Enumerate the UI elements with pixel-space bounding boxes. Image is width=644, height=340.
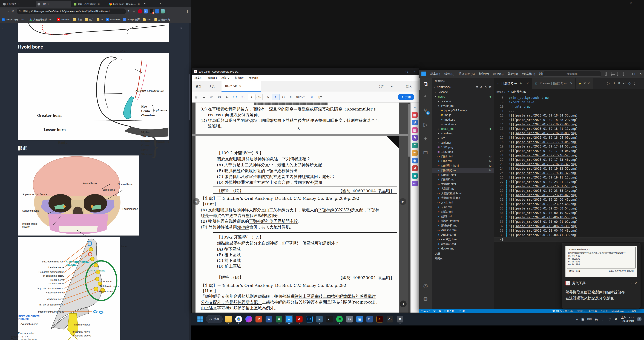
- bookmark-star-icon[interactable]: ☆: [131, 10, 136, 13]
- next-page-icon[interactable]: ⊙↓: [239, 95, 247, 99]
- tool-icon[interactable]: ⊿: [412, 165, 418, 171]
- run-debug-icon[interactable]: ▷: [419, 119, 432, 131]
- back-icon[interactable]: ←: [0, 10, 5, 13]
- code-line[interactable]: 36![](paste_src/2023-01-10-00-21-02.png): [494, 220, 644, 224]
- bookmark-item[interactable]: 31 Google 日曆 - 202...: [2, 18, 26, 21]
- tree-item[interactable]: 組織.html: [432, 209, 494, 214]
- taskbar-app-icon[interactable]: ∿: [315, 315, 324, 323]
- vscode-menu-item[interactable]: 終端機(T): [520, 72, 537, 76]
- code-line[interactable]: 32![](paste_src/2023-01-09-23-57-48.png): [494, 202, 644, 206]
- vscode-menu-item[interactable]: 選取項目(S): [456, 72, 477, 76]
- run-icon[interactable]: ▷: [607, 81, 610, 85]
- pdf-canvas[interactable]: (C) 在耳咽管軟骨隆起後方，咽腔有一深且窄的隱窩—咽隱窩或羅森慕勒氏隱窩（Ro…: [192, 103, 419, 312]
- tree-item[interactable]: paste_src: [432, 127, 494, 131]
- taskbar-app-icon[interactable]: Ai: [376, 315, 384, 323]
- wifi-icon[interactable]: [607, 318, 611, 320]
- zoom-level-select[interactable]: 102% ▾: [296, 96, 305, 99]
- hidden-icons-chevron[interactable]: ∧: [576, 317, 578, 321]
- previous-page-float-button[interactable]: ◀: [193, 198, 200, 205]
- tree-item[interactable]: 1881.png: [432, 145, 494, 150]
- settings-gear-icon[interactable]: ⚙: [419, 293, 432, 305]
- browser-tab[interactable]: 口解 ✕: [36, 1, 71, 7]
- more-actions-icon[interactable]: ⋯: [638, 81, 642, 85]
- tree-item[interactable]: notes: [432, 94, 494, 99]
- encoding[interactable]: UTF-8: [589, 309, 597, 312]
- new-file-icon[interactable]: ⊞: [476, 86, 478, 89]
- code-line[interactable]: 11---: [494, 109, 644, 113]
- acrobat-menu-item[interactable]: 檔案(F): [194, 76, 203, 80]
- browser-tab[interactable]: 口解國考 ✕: [1, 1, 35, 7]
- code-line[interactable]: 27![](paste_src/2023-01-09-23-21-11.png): [494, 180, 644, 184]
- taskbar-app-icon[interactable]: C:\: [386, 315, 394, 323]
- cursor-position[interactable]: 第 40 行，第 1 欄: [552, 309, 573, 313]
- vscode-minimize-button[interactable]: —: [623, 70, 628, 78]
- tree-item[interactable]: Arduino.html: [432, 228, 494, 232]
- tree-item[interactable]: md.js: [432, 113, 494, 117]
- code-line[interactable]: 18![](paste_src/2023-01-09-17-05-05.png): [494, 140, 644, 144]
- code-line[interactable]: 33![](paste_src/2023-01-09-23-58-54.png): [494, 206, 644, 211]
- code-line[interactable]: 29![](paste_src/2023-01-09-23-38-14.png): [494, 189, 644, 193]
- notification-count-badge[interactable]: 6: [637, 317, 642, 321]
- document-tab-close-icon[interactable]: ✕: [239, 85, 242, 88]
- browser-menu-kebab-icon[interactable]: ⋮: [185, 10, 190, 13]
- tab-close-icon[interactable]: ✕: [588, 82, 590, 85]
- taskbar-search[interactable]: 搜尋: [206, 315, 222, 323]
- tree-item[interactable]: mdd.css: [432, 117, 494, 122]
- tree-item[interactable]: Hyper_md: [432, 104, 494, 108]
- tree-item[interactable]: scroll-svg: [432, 131, 494, 136]
- tree-item[interactable]: 大體實複習.html: [432, 191, 494, 196]
- language-mode[interactable]: Markdown: [612, 309, 624, 312]
- notifications-bell-icon[interactable]: ◔: [640, 309, 642, 312]
- layout-secondary-icon[interactable]: [617, 72, 621, 76]
- tree-item[interactable]: .gitignor: [432, 140, 494, 145]
- taskbar-app-icon[interactable]: [234, 315, 243, 323]
- code-line[interactable]: 37![](paste_src/2023-01-10-00-39-30.png): [494, 224, 644, 228]
- extension-misc-icon[interactable]: [161, 9, 165, 14]
- tool-icon[interactable]: ▥: [412, 112, 418, 118]
- taskbar-app-icon[interactable]: ⚙: [396, 315, 404, 323]
- vscode-menu-item[interactable]: 移至(G): [491, 72, 506, 76]
- code-line[interactable]: 35![](paste_src/2023-01-10-00-18-55.png): [494, 215, 644, 220]
- tree-item[interactable]: 影像分析.md: [432, 223, 494, 228]
- editor-tab[interactable]: Preview 口解國考.md ✕: [532, 78, 576, 89]
- tree-item[interactable]: docker.md: [432, 246, 494, 251]
- cloud-upload-icon[interactable]: ☁: [200, 95, 208, 99]
- tree-item[interactable]: 口解.html M: [432, 154, 494, 159]
- bookmark-item[interactable]: 新增資料夾: [154, 18, 170, 21]
- extensions-icon[interactable]: ⊞: [419, 132, 432, 145]
- taskbar-app-icon[interactable]: ›_: [325, 315, 334, 323]
- tree-item[interactable]: css筆記.html: [432, 237, 494, 242]
- code-line[interactable]: 22![](paste_src/2023-01-09-17-53-46.png): [494, 158, 644, 162]
- tree-item[interactable]: 口解.md M: [432, 159, 494, 163]
- indentation[interactable]: 空格: 2: [577, 309, 585, 313]
- address-bar[interactable]: ⓘ 檔案 | C:/Users/goode/OneDrive/文件/gits/n…: [17, 9, 126, 14]
- command-center[interactable]: notebook: [543, 71, 601, 77]
- tab-close-icon[interactable]: ✕: [18, 3, 20, 5]
- workspace-section-header[interactable]: ⌄ NOTEBOOK ⊞ ⊕ ⟳ ⊟: [432, 85, 494, 90]
- code-line[interactable]: 40: [494, 237, 644, 242]
- code-line[interactable]: 16![](paste_src/2023-01-09-18-50-08.png): [494, 131, 644, 135]
- code-line[interactable]: 34![](paste_src/2023-01-10-00-10-52.png): [494, 211, 644, 215]
- acrobat-maximize-button[interactable]: ▢: [403, 68, 411, 75]
- taskbar-app-icon[interactable]: A: [295, 315, 303, 323]
- tree-item[interactable]: 口解國考.html M: [432, 163, 494, 168]
- bookmark-item[interactable]: f Facebook: [106, 18, 120, 21]
- editor-tab[interactable]: 口解國考.md M ✕: [494, 78, 532, 89]
- acrobat-menu-item[interactable]: 編輯(E): [208, 76, 217, 80]
- tab-close-icon[interactable]: ✕: [138, 3, 140, 5]
- tree-item[interactable]: 影像分析.html: [432, 219, 494, 223]
- split-editor-icon[interactable]: ▯: [634, 81, 636, 85]
- git-action-icon[interactable]: ⇅: [439, 309, 441, 312]
- tree-item[interactable]: 1882.png: [432, 150, 494, 154]
- extension-download-icon[interactable]: ↓: [155, 9, 159, 14]
- tab-close-icon[interactable]: ✕: [526, 82, 529, 85]
- tree-item[interactable]: css筆記.md: [432, 242, 494, 246]
- save-icon[interactable]: ▦: [192, 95, 200, 99]
- site-info-icon[interactable]: ⓘ: [19, 10, 22, 13]
- breadcrumb[interactable]: notes › 口解國考.md: [494, 89, 644, 95]
- tool-icon[interactable]: ✒: [412, 150, 418, 156]
- folder-view-icon[interactable]: 🗀: [419, 146, 432, 158]
- editor-tab[interactable]: st ✕: [576, 78, 593, 89]
- breadcrumb-folder[interactable]: notes: [496, 90, 503, 93]
- explorer-more-icon[interactable]: ⋯: [488, 80, 491, 83]
